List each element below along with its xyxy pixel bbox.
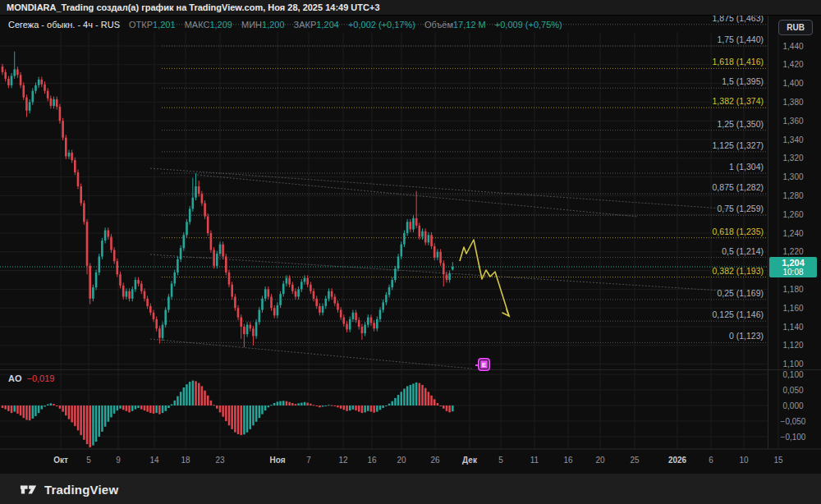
- fib-label: 1,5 (1,395): [722, 76, 764, 86]
- fib-label: 0,25 (1,169): [717, 288, 764, 298]
- pane-separators: [0, 16, 821, 449]
- time-tick-label: 7: [306, 456, 311, 465]
- ao-tick-label: 0,050: [782, 386, 803, 395]
- earnings-event-marker[interactable]: E: [478, 358, 490, 371]
- close-value: 1,204: [316, 20, 339, 30]
- price-tick-label: 1,340: [782, 135, 803, 144]
- time-tick-label: 6: [709, 456, 713, 465]
- high-label: МАКС: [185, 20, 210, 30]
- fib-label: 1,125 (1,327): [713, 140, 764, 150]
- open-label: ОТКР: [129, 20, 153, 30]
- price-tick-label: 1,380: [782, 98, 803, 107]
- low-value: 1,200: [262, 20, 285, 30]
- price-tick-label: 1,440: [782, 42, 803, 51]
- high-value: 1,209: [209, 20, 232, 30]
- time-tick-label: 10: [739, 456, 749, 465]
- trendline-drawings[interactable]: [150, 168, 733, 369]
- fib-label: 1,75 (1,440): [717, 34, 764, 44]
- time-tick-label: 26: [430, 456, 440, 465]
- time-tick-label: 25: [630, 456, 640, 465]
- time-tick-label: 20: [397, 456, 406, 465]
- trendline: [150, 168, 733, 209]
- time-tick-label: 9: [116, 456, 121, 465]
- volume-change: +0,009 (+0,75%): [495, 20, 562, 30]
- symbol-title[interactable]: Сегежа - обыкн. - 4ч - RUS: [8, 20, 120, 30]
- time-tick-label: 12: [338, 456, 348, 465]
- price-tick-label: 1,140: [782, 323, 803, 332]
- time-tick-label: 11: [530, 456, 539, 465]
- close-label: ЗАКР: [294, 20, 317, 30]
- symbol-legend: Сегежа - обыкн. - 4ч - RUS ОТКР1,201 МАК…: [8, 20, 562, 30]
- fib-label: 1 (1,304): [729, 162, 764, 172]
- fib-label: 1,618 (1,416): [713, 57, 764, 66]
- time-axis[interactable]: Окт59141823Ноя712162026Дек51116202520266…: [53, 456, 783, 465]
- time-tick-label: 16: [367, 456, 377, 465]
- ao-tick-label: 0,000: [782, 401, 803, 410]
- fib-label: 0,5 (1,214): [722, 246, 764, 256]
- price-tick-label: 1,320: [782, 153, 803, 163]
- share-header: MONDIARA_Trading создал(а) график на Tra…: [0, 0, 821, 16]
- price-tick-label: 1,260: [782, 210, 803, 219]
- price-tick-label: 1,120: [782, 341, 803, 350]
- time-tick-label: Ноя: [269, 456, 285, 465]
- price-tick-label: 1,400: [782, 79, 803, 88]
- fib-label: 0,618 (1,235): [713, 227, 764, 236]
- time-tick-label: 23: [215, 456, 225, 465]
- low-label: МИН: [241, 20, 262, 30]
- price-tick-label: 1,300: [782, 172, 803, 181]
- price-tick-label: 1,420: [782, 60, 803, 69]
- time-tick-label: 16: [563, 456, 573, 465]
- currency-toggle-button[interactable]: RUB: [778, 20, 813, 35]
- price-tick-label: 1,160: [782, 304, 803, 313]
- time-tick-label: 15: [773, 456, 783, 465]
- price-tick-label: 1,360: [782, 117, 803, 126]
- time-tick-label: 5: [86, 456, 91, 465]
- bar-countdown: 10:08: [769, 268, 817, 277]
- fib-label: 0,875 (1,282): [713, 182, 764, 192]
- time-tick-label: Дек: [462, 456, 478, 465]
- time-tick-label: 14: [149, 456, 159, 465]
- price-chart-canvas[interactable]: 1,875 (1,463)1,75 (1,440)1,618 (1,416)1,…: [0, 16, 821, 474]
- fib-label: 0,125 (1,146): [713, 309, 764, 319]
- change-value: +0,002 (+0,17%): [348, 20, 415, 30]
- time-tick-label: 2026: [668, 456, 687, 465]
- fib-label: 1,382 (1,374): [713, 96, 764, 106]
- price-tick-label: 1,280: [782, 191, 803, 200]
- ao-indicator-legend[interactable]: AO−0,019: [8, 373, 54, 383]
- tradingview-logo-icon: [20, 483, 38, 497]
- tradingview-brand-name: TradingView: [44, 483, 118, 497]
- price-tick-label: 1,240: [782, 229, 803, 238]
- trendline: [150, 254, 733, 291]
- price-tick-label: 1,220: [782, 247, 803, 256]
- share-title: MONDIARA_Trading создал(а) график на Tra…: [7, 2, 380, 12]
- earnings-event-label: E: [480, 360, 488, 369]
- time-tick-label: 5: [498, 456, 503, 465]
- open-value: 1,201: [153, 20, 176, 30]
- ao-tick-label: −0,100: [781, 433, 806, 442]
- ao-tick-label: 0,100: [782, 370, 803, 379]
- forecast-arrow-drawing[interactable]: [460, 240, 509, 316]
- candles: [2, 52, 454, 347]
- ao-tick-label: −0,050: [781, 417, 806, 426]
- time-tick-label: 18: [181, 456, 190, 465]
- fib-label: 0 (1,123): [729, 331, 764, 341]
- grid-lines: [0, 32, 778, 449]
- tradingview-brand-link[interactable]: TradingView: [20, 483, 118, 497]
- fib-label: 1,25 (1,350): [717, 119, 764, 129]
- time-tick-label: Окт: [53, 456, 68, 465]
- footer-bar: TradingView: [0, 474, 821, 504]
- price-axis[interactable]: 1,4401,4201,4001,3801,3601,3401,3201,300…: [781, 42, 806, 442]
- chart-container: 1,875 (1,463)1,75 (1,440)1,618 (1,416)1,…: [0, 16, 821, 474]
- price-tick-label: 1,180: [782, 285, 803, 294]
- volume-value: 17,12 M: [453, 20, 486, 30]
- current-price: 1,204: [769, 258, 817, 268]
- ao-label: AO: [8, 373, 22, 383]
- price-tick-label: 1,100: [782, 360, 803, 369]
- ao-histogram: [2, 381, 454, 447]
- current-price-badge: 1,204 10:08: [769, 257, 817, 277]
- time-tick-label: 20: [595, 456, 605, 465]
- fib-label: 1,875 (1,463): [713, 16, 764, 23]
- ao-value: −0,019: [27, 373, 55, 383]
- volume-label: Объём: [424, 20, 453, 30]
